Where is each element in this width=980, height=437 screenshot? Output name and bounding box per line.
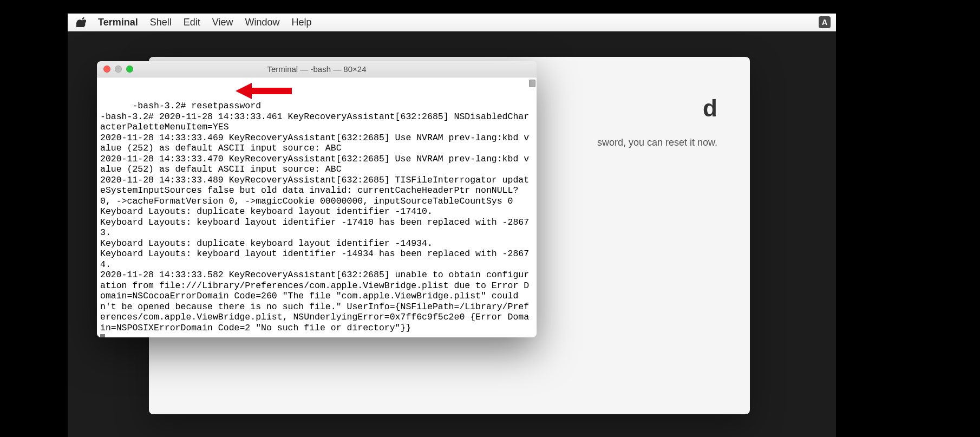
menubar-app-name[interactable]: Terminal (98, 17, 138, 28)
zoom-button[interactable] (126, 66, 133, 73)
terminal-body[interactable]: -bash-3.2# resetpassword -bash-3.2# 2020… (97, 77, 537, 337)
terminal-window: Terminal — -bash — 80×24 -bash-3.2# rese… (97, 61, 537, 337)
terminal-output-line: 2020-11-28 14:33:33.582 KeyRecoveryAssis… (100, 270, 529, 333)
terminal-titlebar[interactable]: Terminal — -bash — 80×24 (97, 61, 537, 77)
terminal-output-line: Keyboard Layouts: keyboard layout identi… (100, 217, 529, 238)
minimize-button[interactable] (115, 66, 122, 73)
terminal-output-line: 2020-11-28 14:33:33.469 KeyRecoveryAssis… (100, 133, 529, 154)
menu-view[interactable]: View (212, 17, 233, 28)
input-source-indicator[interactable]: A (819, 16, 831, 28)
terminal-output-line: 2020-11-28 14:33:33.470 KeyRecoveryAssis… (100, 154, 529, 175)
terminal-output-line: Keyboard Layouts: duplicate keyboard lay… (100, 238, 433, 249)
terminal-output-line: Keyboard Layouts: keyboard layout identi… (100, 249, 529, 270)
menu-help[interactable]: Help (291, 17, 311, 28)
menu-edit[interactable]: Edit (184, 17, 200, 28)
terminal-command: resetpassword (191, 101, 261, 111)
menu-shell[interactable]: Shell (150, 17, 172, 28)
traffic-lights (97, 66, 133, 73)
terminal-title: Terminal — -bash — 80×24 (97, 64, 537, 74)
apple-logo-icon[interactable] (76, 17, 86, 27)
terminal-output-line: 2020-11-28 14:33:33.489 KeyRecoveryAssis… (100, 175, 529, 206)
terminal-cursor (100, 334, 105, 337)
terminal-output-line: Keyboard Layouts: duplicate keyboard lay… (100, 206, 433, 217)
menubar: Terminal Shell Edit View Window Help A (68, 14, 836, 31)
close-button[interactable] (103, 66, 110, 73)
desktop-stage: Terminal Shell Edit View Window Help A d… (68, 14, 836, 437)
terminal-output-line: -bash-3.2# 2020-11-28 14:33:33.461 KeyRe… (100, 112, 529, 133)
menu-window[interactable]: Window (245, 17, 279, 28)
terminal-prompt: -bash-3.2# (132, 101, 191, 111)
scrollbar-thumb[interactable] (529, 80, 535, 87)
